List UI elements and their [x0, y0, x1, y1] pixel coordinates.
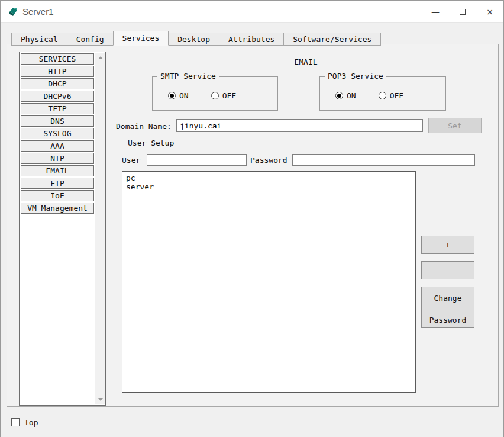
maximize-icon [460, 9, 466, 15]
sidebar-item-aaa[interactable]: AAA [21, 140, 94, 152]
sidebar-item-ftp[interactable]: FTP [21, 178, 94, 189]
window-controls: — × [422, 1, 503, 23]
sidebar-item-email[interactable]: EMAIL [21, 165, 94, 176]
sidebar-item-dhcpv6[interactable]: DHCPv6 [21, 91, 94, 102]
window-title: Server1 [22, 7, 54, 17]
sidebar-item-dhcp[interactable]: DHCP [21, 78, 94, 89]
user-label: User [122, 156, 140, 165]
tab-software-services[interactable]: Software/Services [284, 33, 381, 46]
user-list-item[interactable]: server [126, 182, 412, 191]
pop3-off-radio[interactable] [379, 92, 386, 99]
sidebar-item-tftp[interactable]: TFTP [21, 103, 94, 114]
set-button[interactable]: Set [428, 118, 482, 133]
remove-user-button[interactable]: - [421, 261, 474, 279]
smtp-on-label: ON [179, 91, 189, 100]
smtp-off-option[interactable]: OFF [211, 91, 236, 100]
smtp-on-radio[interactable] [168, 92, 176, 99]
sidebar-item-http[interactable]: HTTP [21, 66, 94, 77]
smtp-off-label: OFF [222, 91, 236, 100]
content-frame: SERVICES HTTP DHCP DHCPv6 TFTP DNS SYSLO… [7, 44, 499, 407]
user-list-item[interactable]: pc [126, 173, 412, 182]
pop3-radio-row: ON OFF [320, 77, 445, 110]
sidebar-button-list: SERVICES HTTP DHCP DHCPv6 TFTP DNS SYSLO… [21, 53, 94, 215]
tab-desktop[interactable]: Desktop [169, 33, 219, 46]
top-checkbox-label: Top [24, 418, 38, 427]
tab-attributes[interactable]: Attributes [219, 33, 284, 46]
scroll-down-icon[interactable] [95, 394, 105, 404]
user-input[interactable] [147, 154, 247, 166]
tab-physical[interactable]: Physical [11, 33, 67, 46]
titlebar: Server1 — × [1, 1, 503, 23]
tab-services[interactable]: Services [113, 31, 169, 46]
email-panel-title: EMAIL [119, 57, 492, 66]
add-user-button[interactable]: + [421, 236, 474, 254]
minimize-button[interactable]: — [422, 1, 449, 23]
sidebar-item-vm-management[interactable]: VM Management [21, 203, 94, 214]
change-password-button[interactable]: Change Password [421, 287, 474, 328]
smtp-radio-row: ON OFF [153, 77, 277, 110]
scroll-up-icon[interactable] [95, 53, 105, 63]
pop3-off-label: OFF [390, 91, 403, 100]
top-checkbox[interactable] [11, 418, 20, 426]
pop3-on-label: ON [347, 91, 356, 100]
maximize-button[interactable] [449, 1, 476, 23]
sidebar-scrollbar[interactable] [95, 53, 105, 404]
password-input[interactable] [292, 154, 475, 166]
pop3-service-groupbox: POP3 Service ON OFF [319, 76, 446, 111]
sidebar-item-ioe[interactable]: IoE [21, 190, 94, 201]
smtp-on-option[interactable]: ON [168, 91, 189, 100]
smtp-off-radio[interactable] [211, 92, 219, 99]
domain-name-input[interactable] [176, 119, 423, 132]
user-setup-legend: User Setup [128, 139, 174, 147]
server1-window: Server1 — × Physical Config Services Des… [0, 0, 504, 437]
packet-tracer-app-icon [8, 7, 18, 17]
smtp-service-groupbox: SMTP Service ON OFF [152, 76, 278, 111]
sidebar-item-syslog[interactable]: SYSLOG [21, 128, 94, 139]
pop3-on-radio[interactable] [335, 92, 343, 99]
services-sidebar: SERVICES HTTP DHCP DHCPv6 TFTP DNS SYSLO… [19, 52, 106, 406]
tab-config[interactable]: Config [67, 33, 114, 46]
pop3-on-option[interactable]: ON [335, 91, 356, 100]
tab-bar: Physical Config Services Desktop Attribu… [11, 31, 381, 46]
close-button[interactable]: × [476, 1, 503, 23]
sidebar-item-ntp[interactable]: NTP [21, 153, 94, 164]
pop3-off-option[interactable]: OFF [379, 91, 403, 100]
user-list[interactable]: pc server [122, 171, 416, 393]
domain-name-label: Domain Name: [116, 122, 172, 131]
password-label: Password [250, 156, 287, 165]
sidebar-item-services[interactable]: SERVICES [21, 53, 94, 65]
sidebar-item-dns[interactable]: DNS [21, 115, 94, 127]
footer-bar: Top [1, 407, 503, 437]
